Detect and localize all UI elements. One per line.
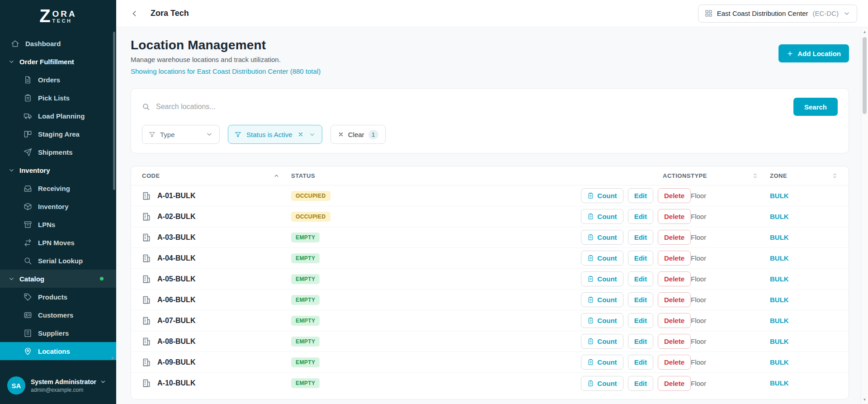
sidebar-section-order-fulfillment[interactable]: Order Fulfillment xyxy=(0,52,116,71)
active-filter-chip[interactable]: Status is Active xyxy=(228,125,322,144)
building-icon xyxy=(142,316,151,325)
zone-link[interactable]: BULK xyxy=(770,192,789,200)
building-icon xyxy=(142,275,151,284)
sidebar-item-dashboard[interactable]: Dashboard xyxy=(0,34,116,52)
delete-button[interactable]: Delete xyxy=(658,313,691,328)
location-icon xyxy=(142,358,151,367)
sidebar-section-inventory[interactable]: Inventory xyxy=(0,161,116,179)
edit-button[interactable]: Edit xyxy=(628,376,653,391)
column-header-zone[interactable]: ZONE xyxy=(770,172,838,179)
edit-button[interactable]: Edit xyxy=(628,251,653,266)
search-button[interactable]: Search xyxy=(793,98,838,116)
zone-link[interactable]: BULK xyxy=(770,296,789,304)
back-button[interactable] xyxy=(130,9,139,18)
zone-link[interactable]: BULK xyxy=(770,233,789,241)
count-button[interactable]: Count xyxy=(581,376,623,391)
table-row: A-02-BULKOCCUPIEDCountEditDeleteFloorBUL… xyxy=(131,206,849,227)
location-code: A-08-BULK xyxy=(157,337,195,346)
sidebar-scroll-down-icon[interactable]: ▼ xyxy=(110,356,114,361)
columns-icon xyxy=(24,130,32,138)
location-type: Floor xyxy=(691,254,770,262)
remove-filter-icon[interactable] xyxy=(297,131,304,138)
facility-selector[interactable]: East Coast Distribution Center (EC-DC) xyxy=(698,5,857,23)
count-button[interactable]: Count xyxy=(581,334,623,349)
count-button[interactable]: Count xyxy=(581,188,623,203)
column-header-code[interactable]: CODE xyxy=(142,172,291,179)
showing-link[interactable]: Showing locations for East Coast Distrib… xyxy=(131,67,321,75)
zone-link[interactable]: BULK xyxy=(770,317,789,324)
sidebar-item-shipments[interactable]: Shipments xyxy=(0,143,116,161)
delete-button[interactable]: Delete xyxy=(658,376,691,391)
zone-link[interactable]: BULK xyxy=(770,254,789,262)
status-badge: OCCUPIED xyxy=(291,212,330,222)
count-button[interactable]: Count xyxy=(581,292,623,307)
delete-button[interactable]: Delete xyxy=(658,209,691,224)
user-menu[interactable]: SA System Administrator admin@example.co… xyxy=(0,367,116,404)
edit-button[interactable]: Edit xyxy=(628,188,653,203)
location-icon xyxy=(142,275,151,284)
sidebar-section-label: Inventory xyxy=(19,166,50,174)
sidebar-item-serial-lookup[interactable]: Serial Lookup xyxy=(0,252,116,270)
search-input[interactable] xyxy=(156,103,785,111)
location-code: A-01-BULK xyxy=(157,192,195,200)
sidebar-item-products[interactable]: Products xyxy=(0,288,116,306)
count-button[interactable]: Count xyxy=(581,209,623,224)
sidebar-item-load-planning[interactable]: Load Planning xyxy=(0,107,116,125)
sidebar-item-customers[interactable]: Customers xyxy=(0,306,116,324)
zone-link[interactable]: BULK xyxy=(770,213,789,220)
delete-button[interactable]: Delete xyxy=(658,334,691,349)
zone-link[interactable]: BULK xyxy=(770,379,789,387)
sidebar-scrollbar-thumb[interactable] xyxy=(113,32,115,190)
column-header-status[interactable]: STATUS xyxy=(291,172,578,179)
edit-button[interactable]: Edit xyxy=(628,334,653,349)
sidebar-item-suppliers[interactable]: Suppliers xyxy=(0,324,116,342)
sidebar-item-lpn-moves[interactable]: LPN Moves xyxy=(0,233,116,252)
column-header-type[interactable]: TYPE xyxy=(691,172,770,179)
sidebar-item-inventory[interactable]: Inventory xyxy=(0,197,116,215)
archive-icon xyxy=(24,220,32,229)
edit-button[interactable]: Edit xyxy=(628,292,653,307)
sidebar-item-locations[interactable]: Locations xyxy=(0,342,116,360)
location-type: Floor xyxy=(691,358,770,366)
building-icon xyxy=(142,212,151,221)
search-icon xyxy=(24,257,32,265)
clear-filters-button[interactable]: Clear 1 xyxy=(330,125,386,144)
sidebar-item-pick-lists[interactable]: Pick Lists xyxy=(0,89,116,107)
count-button[interactable]: Count xyxy=(581,230,623,245)
edit-button[interactable]: Edit xyxy=(628,230,653,245)
count-button[interactable]: Count xyxy=(581,271,623,286)
sidebar-section-catalog[interactable]: Catalog xyxy=(0,270,116,288)
search-card: Search Type Status is Active xyxy=(131,88,849,153)
sidebar-item-orders[interactable]: Orders xyxy=(0,71,116,89)
delete-button[interactable]: Delete xyxy=(658,230,691,245)
zone-link[interactable]: BULK xyxy=(770,337,789,345)
scrollbar-thumb[interactable] xyxy=(863,37,867,114)
count-button[interactable]: Count xyxy=(581,355,623,370)
table-row: A-04-BULKEMPTYCountEditDeleteFloorBULK xyxy=(131,248,849,269)
delete-button[interactable]: Delete xyxy=(658,271,691,286)
edit-button[interactable]: Edit xyxy=(628,313,653,328)
sidebar-item-lpns[interactable]: LPNs xyxy=(0,215,116,233)
count-button[interactable]: Count xyxy=(581,251,623,266)
location-code: A-02-BULK xyxy=(157,213,195,221)
delete-button[interactable]: Delete xyxy=(658,292,691,307)
clipboard-icon xyxy=(587,338,594,345)
table-row: A-03-BULKEMPTYCountEditDeleteFloorBULK xyxy=(131,227,849,248)
count-button[interactable]: Count xyxy=(581,313,623,328)
zone-link[interactable]: BULK xyxy=(770,358,789,366)
scroll-up-icon[interactable]: ▲ xyxy=(861,30,868,34)
zone-link[interactable]: BULK xyxy=(770,275,789,283)
edit-button[interactable]: Edit xyxy=(628,355,653,370)
sidebar-item-receiving[interactable]: Receiving xyxy=(0,179,116,197)
type-filter-select[interactable]: Type xyxy=(142,125,220,144)
add-location-button[interactable]: Add Location xyxy=(778,44,849,62)
vertical-scrollbar[interactable]: ▲ ▼ xyxy=(861,27,868,404)
edit-button[interactable]: Edit xyxy=(628,209,653,224)
sidebar-item-staging-area[interactable]: Staging Area xyxy=(0,125,116,143)
scroll-down-icon[interactable]: ▼ xyxy=(861,398,868,402)
delete-button[interactable]: Delete xyxy=(658,355,691,370)
location-icon xyxy=(142,233,151,242)
delete-button[interactable]: Delete xyxy=(658,251,691,266)
edit-button[interactable]: Edit xyxy=(628,271,653,286)
delete-button[interactable]: Delete xyxy=(658,188,691,203)
